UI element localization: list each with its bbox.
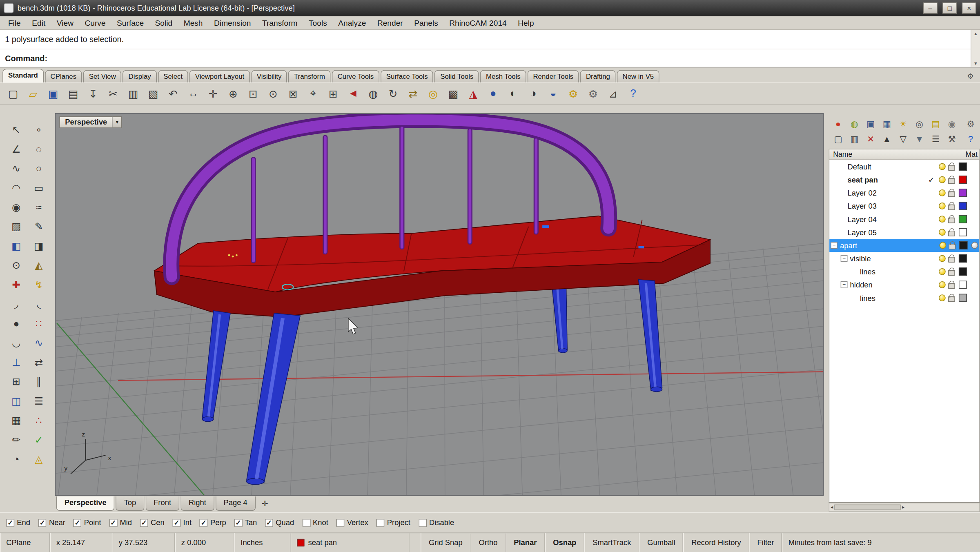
- toolbar-tab[interactable]: Drafting: [580, 70, 616, 82]
- solids-tool-icon[interactable]: ◨: [27, 236, 50, 256]
- filter-funnel-icon[interactable]: ▼: [912, 133, 927, 145]
- layer-material-icon[interactable]: [971, 281, 978, 288]
- checkbox[interactable]: [336, 519, 345, 527]
- layer-material-icon[interactable]: [971, 163, 978, 170]
- layer-material-icon[interactable]: [971, 189, 978, 196]
- cone-tool-icon[interactable]: ◭: [27, 256, 50, 275]
- chamfer-tool-icon[interactable]: ◟: [27, 294, 50, 314]
- layer-expand-icon[interactable]: [838, 229, 845, 236]
- point-tool-icon[interactable]: ∘: [27, 120, 50, 139]
- layer-color-swatch[interactable]: [959, 254, 967, 263]
- libraries-panel-icon[interactable]: ◎: [912, 118, 927, 130]
- toolbar-tab[interactable]: Render Tools: [528, 70, 579, 82]
- move-icon[interactable]: ✛: [204, 85, 223, 102]
- layer-color-swatch[interactable]: [959, 267, 967, 276]
- undo-icon[interactable]: ↶: [164, 85, 183, 102]
- command-input[interactable]: Command:: [0, 49, 980, 67]
- status-toggle-button[interactable]: Ortho: [471, 533, 506, 552]
- layer-visibility-bulb-icon[interactable]: [939, 163, 946, 170]
- rendered-viewport-icon[interactable]: ◒: [544, 85, 563, 102]
- osnap-checkbox[interactable]: Knot: [302, 518, 328, 527]
- lock-objects-icon[interactable]: ▩: [444, 85, 463, 102]
- menu-item[interactable]: Panels: [408, 17, 443, 29]
- ortho-axes-icon[interactable]: ⊿: [604, 85, 623, 102]
- import-icon[interactable]: ↧: [84, 85, 102, 102]
- check-tool-icon[interactable]: ✓: [27, 430, 50, 449]
- mesh-tool-icon[interactable]: ▦: [5, 411, 27, 430]
- layer-color-swatch[interactable]: [959, 241, 967, 249]
- viewport-tab[interactable]: Top: [116, 496, 144, 511]
- block-tool-icon[interactable]: ◫: [5, 392, 27, 411]
- checkbox[interactable]: ✓: [38, 519, 47, 527]
- gears-icon[interactable]: ⚙: [584, 85, 603, 102]
- close-button[interactable]: ×: [962, 2, 976, 14]
- shade-tool-icon[interactable]: ◔: [5, 450, 27, 469]
- layer-color-swatch[interactable]: [959, 189, 967, 197]
- layer-material-icon[interactable]: [971, 229, 978, 236]
- hatch-tool-icon[interactable]: ▨: [5, 217, 27, 236]
- toolbar-options-gear-icon[interactable]: ⚙: [967, 72, 978, 82]
- osnap-checkbox[interactable]: ✓ Int: [173, 518, 192, 527]
- menu-item[interactable]: Edit: [27, 17, 51, 29]
- paste-icon[interactable]: ▧: [144, 85, 163, 102]
- curve-edit-tool-icon[interactable]: ◡: [5, 333, 27, 352]
- layer-visibility-bulb-icon[interactable]: [939, 189, 946, 196]
- menu-item[interactable]: Analyze: [332, 17, 372, 29]
- layer-row[interactable]: − apart: [829, 239, 979, 252]
- zoom-selected-icon[interactable]: ⊙: [264, 85, 283, 102]
- toolbar-tab[interactable]: CPlanes: [45, 70, 82, 82]
- osnap-checkbox[interactable]: ✓ Near: [38, 518, 65, 527]
- layer-help-icon[interactable]: ?: [963, 133, 978, 145]
- layer-expand-icon[interactable]: [838, 216, 845, 223]
- perspective-viewport[interactable]: Perspective ▾: [55, 113, 824, 496]
- zoom-icon[interactable]: ⊕: [224, 85, 243, 102]
- checkbox[interactable]: ✓: [173, 519, 181, 527]
- checkbox[interactable]: ✓: [234, 519, 243, 527]
- osnap-checkbox[interactable]: Disable: [419, 518, 454, 527]
- arc-tool-icon[interactable]: ◠: [5, 178, 27, 197]
- layer-color-swatch[interactable]: [959, 215, 967, 223]
- toolbar-tab[interactable]: Mesh Tools: [480, 70, 526, 82]
- osnap-checkbox[interactable]: ✓ Point: [74, 518, 101, 527]
- status-toggle-button[interactable]: Grid Snap: [421, 533, 470, 552]
- scroll-left-icon[interactable]: ◂: [831, 505, 833, 510]
- delete-layer-icon[interactable]: ✕: [863, 133, 878, 145]
- status-toggle-button[interactable]: Osnap: [545, 533, 584, 552]
- layer-visibility-bulb-icon[interactable]: [939, 176, 946, 183]
- history-tool-icon[interactable]: ↯: [27, 275, 50, 294]
- layer-lock-icon[interactable]: [948, 270, 955, 276]
- layer-panel-scrollbar[interactable]: ◂ ▸: [829, 503, 980, 512]
- status-toggle-button[interactable]: Filter: [749, 533, 782, 552]
- display-panel-icon[interactable]: ▣: [863, 118, 878, 130]
- toolbar-tab[interactable]: Surface Tools: [381, 70, 433, 82]
- rebuild-tool-icon[interactable]: ∿: [27, 333, 50, 352]
- layer-row[interactable]: Layer 05: [829, 226, 979, 239]
- layer-expand-icon[interactable]: [838, 176, 845, 183]
- layer-visibility-bulb-icon[interactable]: [939, 203, 946, 209]
- draw-tool-icon[interactable]: ✏: [5, 430, 27, 449]
- osnap-checkbox[interactable]: ✓ Tan: [234, 518, 257, 527]
- checkbox[interactable]: ✓: [6, 519, 14, 527]
- new-layer-icon[interactable]: ▢: [831, 133, 846, 145]
- layer-color-swatch[interactable]: [959, 294, 967, 302]
- layer-color-swatch[interactable]: [959, 202, 967, 210]
- toolbar-tab[interactable]: Transform: [288, 70, 331, 82]
- print-icon[interactable]: ▤: [64, 85, 82, 102]
- viewport-canvas[interactable]: z x y: [56, 114, 823, 495]
- viewport-tab[interactable]: Perspective: [56, 496, 115, 511]
- copy-icon[interactable]: ▥: [124, 85, 143, 102]
- named-views-icon[interactable]: ⇄: [404, 85, 423, 102]
- help-icon[interactable]: ?: [624, 85, 643, 102]
- viewport-tab[interactable]: Page 4: [216, 496, 256, 511]
- layer-row[interactable]: Layer 04: [829, 213, 979, 226]
- restore-view-icon[interactable]: ◄: [344, 85, 363, 102]
- menu-item[interactable]: Dimension: [208, 17, 256, 29]
- named-views-panel-icon[interactable]: ▦: [880, 118, 895, 130]
- viewport-title[interactable]: Perspective ▾: [59, 116, 122, 128]
- checkbox[interactable]: [376, 519, 385, 527]
- viewport-title-dropdown-icon[interactable]: ▾: [113, 116, 122, 128]
- save-icon[interactable]: ▣: [44, 85, 62, 102]
- toolbar-tab[interactable]: Display: [123, 70, 157, 82]
- move-up-icon[interactable]: ▲: [880, 133, 895, 145]
- annotate-tool-icon[interactable]: ✎: [27, 217, 50, 236]
